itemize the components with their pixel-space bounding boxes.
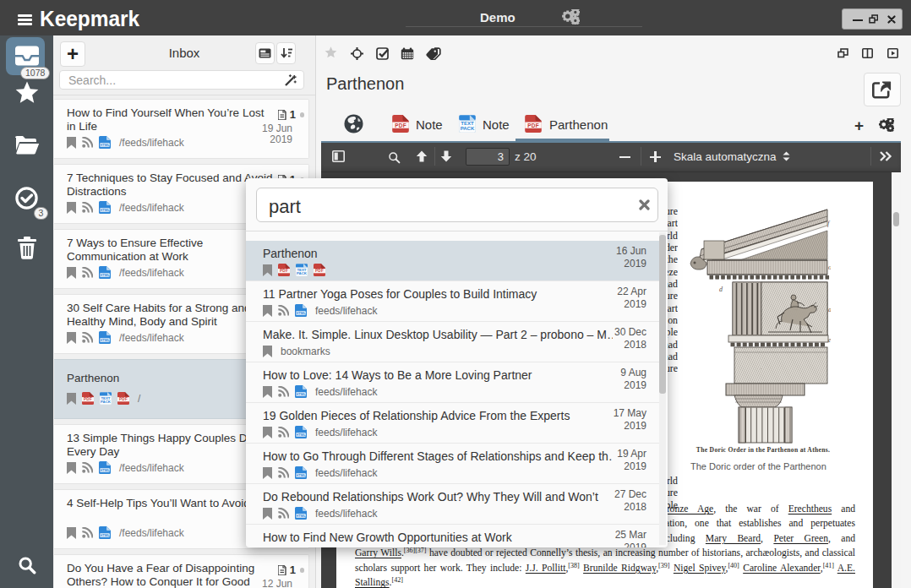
svg-text:HTML: HTML (296, 311, 306, 315)
svg-text:PACK: PACK (297, 271, 308, 275)
svg-text:HTML: HTML (296, 392, 306, 396)
svg-text:HTML: HTML (296, 473, 306, 477)
svg-text:a: a (828, 306, 831, 313)
svg-text:e: e (828, 336, 831, 344)
svg-text:PACK: PACK (101, 400, 112, 404)
svg-text:PACK: PACK (461, 126, 475, 131)
svg-text:HTML: HTML (100, 273, 110, 277)
svg-text:f: f (827, 220, 831, 227)
svg-text:HTML: HTML (100, 143, 110, 147)
svg-text:HTML: HTML (100, 208, 110, 212)
svg-text:d: d (719, 286, 723, 293)
svg-text:HTML: HTML (100, 468, 110, 472)
svg-text:PDF: PDF (395, 122, 406, 128)
svg-text:HTML: HTML (296, 514, 306, 518)
svg-text:PDF: PDF (280, 269, 288, 273)
svg-text:HTML: HTML (296, 433, 306, 437)
svg-text:HTML: HTML (100, 533, 110, 537)
svg-text:PDF: PDF (315, 269, 324, 273)
svg-text:HTML: HTML (100, 338, 110, 342)
svg-text:PDF: PDF (527, 122, 539, 128)
svg-text:PDF: PDF (119, 397, 128, 401)
svg-text:o: o (828, 264, 831, 271)
svg-text:PDF: PDF (84, 397, 92, 401)
svg-text:TEXT: TEXT (461, 121, 474, 126)
